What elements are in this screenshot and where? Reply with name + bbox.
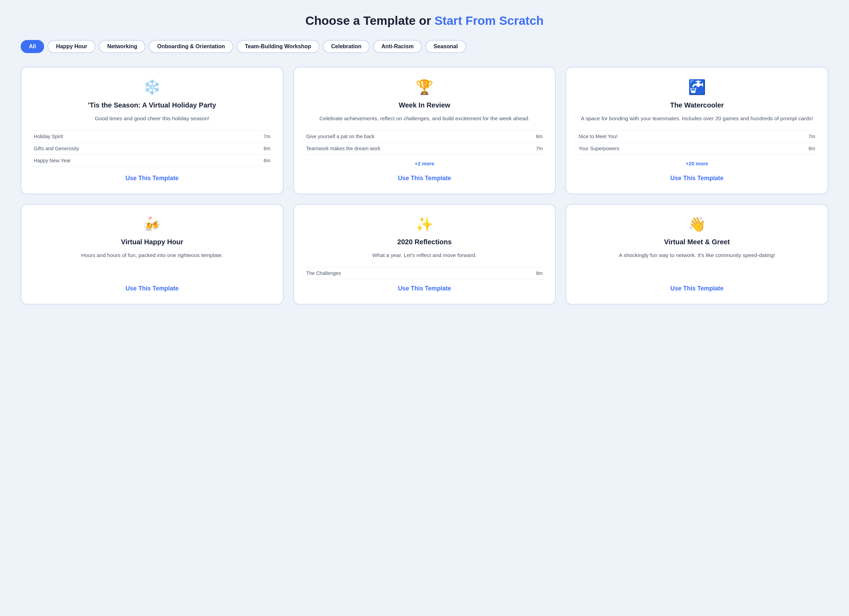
card-desc-4: Hours and hours of fun, packed into one … xyxy=(81,251,223,259)
activity-duration: 6m xyxy=(264,158,271,163)
card-activities-2: Give yourself a pat on the back6mTeamwor… xyxy=(305,130,544,155)
card-title-1: 'Tis the Season: A Virtual Holiday Party xyxy=(88,101,216,110)
card-desc-2: Celebrate achievements, reflect on chall… xyxy=(319,115,530,123)
card-title-2: Week In Review xyxy=(399,101,450,110)
page-title: Choose a Template or Start From Scratch xyxy=(21,14,828,28)
card-3: 🚰 The Watercooler A space for bonding wi… xyxy=(565,67,828,194)
filter-btn-anti-racism[interactable]: Anti-Racism xyxy=(373,40,422,53)
card-icon-4: 🍻 xyxy=(143,217,161,232)
activity-name: The Challenges xyxy=(306,271,341,276)
card-1: ❄️ 'Tis the Season: A Virtual Holiday Pa… xyxy=(21,67,284,194)
activity-duration: 6m xyxy=(536,134,543,139)
card-desc-6: A shockingly fun way to network. It's li… xyxy=(619,251,775,259)
filter-btn-all[interactable]: All xyxy=(21,40,44,53)
activity-row: Give yourself a pat on the back6m xyxy=(305,131,544,143)
use-template-btn-2[interactable]: Use This Template xyxy=(305,173,544,184)
card-5: ✨ 2020 Reflections What a year. Let's re… xyxy=(293,204,556,305)
activity-row: Nice to Meet You!7m xyxy=(577,131,816,143)
filter-btn-celebration[interactable]: Celebration xyxy=(323,40,370,53)
use-template-btn-1[interactable]: Use This Template xyxy=(33,173,272,184)
card-2: 🏆 Week In Review Celebrate achievements,… xyxy=(293,67,556,194)
activity-row: Happy New Year6m xyxy=(33,155,272,167)
filter-bar: AllHappy HourNetworkingOnboarding & Orie… xyxy=(21,40,828,53)
card-desc-3: A space for bonding with your teammates.… xyxy=(581,115,813,123)
activity-row: Gifts and Generosity8m xyxy=(33,143,272,155)
card-icon-2: 🏆 xyxy=(416,80,433,94)
activity-duration: 6m xyxy=(808,146,815,151)
card-title-5: 2020 Reflections xyxy=(397,237,452,246)
filter-btn-seasonal[interactable]: Seasonal xyxy=(425,40,466,53)
card-desc-1: Good times and good cheer this holiday s… xyxy=(95,115,209,123)
card-icon-6: 👋 xyxy=(688,217,706,232)
more-label-3: +20 more xyxy=(577,161,816,167)
activity-name: Gifts and Generosity xyxy=(34,146,79,151)
use-template-btn-3[interactable]: Use This Template xyxy=(577,173,816,184)
activity-duration: 8m xyxy=(536,271,543,276)
more-label-2: +2 more xyxy=(305,161,544,167)
activity-name: Your Superpowers xyxy=(578,146,619,151)
activity-row: The Challenges8m xyxy=(305,267,544,280)
card-4: 🍻 Virtual Happy Hour Hours and hours of … xyxy=(21,204,284,305)
activity-row: Holiday Spirit7m xyxy=(33,131,272,143)
use-template-btn-6[interactable]: Use This Template xyxy=(577,283,816,294)
filter-btn-team-building[interactable]: Team-Building Workshop xyxy=(237,40,319,53)
card-title-3: The Watercooler xyxy=(670,101,724,110)
card-icon-3: 🚰 xyxy=(688,80,706,94)
activity-row: Teamwork makes the dream work7m xyxy=(305,143,544,155)
activity-name: Teamwork makes the dream work xyxy=(306,146,380,151)
activity-duration: 7m xyxy=(808,134,815,139)
activity-row: Your Superpowers6m xyxy=(577,143,816,155)
activity-name: Give yourself a pat on the back xyxy=(306,134,375,139)
cards-grid: ❄️ 'Tis the Season: A Virtual Holiday Pa… xyxy=(21,67,828,305)
filter-btn-onboarding[interactable]: Onboarding & Orientation xyxy=(149,40,233,53)
use-template-btn-4[interactable]: Use This Template xyxy=(33,283,272,294)
card-icon-1: ❄️ xyxy=(143,80,161,94)
card-activities-1: Holiday Spirit7mGifts and Generosity8mHa… xyxy=(33,130,272,167)
card-6: 👋 Virtual Meet & Greet A shockingly fun … xyxy=(565,204,828,305)
activity-name: Holiday Spirit xyxy=(34,134,63,139)
card-title-6: Virtual Meet & Greet xyxy=(664,237,730,246)
card-title-4: Virtual Happy Hour xyxy=(121,237,183,246)
card-activities-3: Nice to Meet You!7mYour Superpowers6m xyxy=(577,130,816,155)
activity-name: Happy New Year xyxy=(34,158,71,163)
card-desc-5: What a year. Let's reflect and move forw… xyxy=(372,251,477,259)
activity-duration: 7m xyxy=(264,134,271,139)
card-icon-5: ✨ xyxy=(416,217,433,232)
card-activities-5: The Challenges8m xyxy=(305,267,544,280)
use-template-btn-5[interactable]: Use This Template xyxy=(305,283,544,294)
activity-duration: 7m xyxy=(536,146,543,151)
filter-btn-networking[interactable]: Networking xyxy=(99,40,145,53)
activity-name: Nice to Meet You! xyxy=(578,134,617,139)
activity-duration: 8m xyxy=(264,146,271,151)
filter-btn-happy-hour[interactable]: Happy Hour xyxy=(48,40,95,53)
